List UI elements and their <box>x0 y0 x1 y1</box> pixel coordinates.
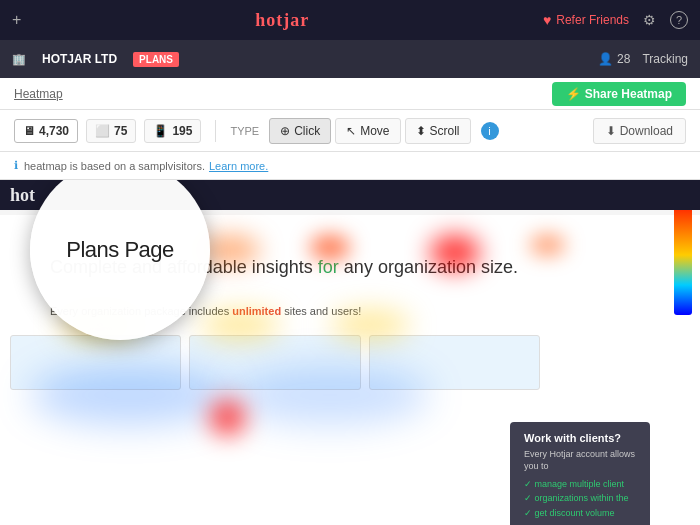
tablet-icon: ⬜ <box>95 124 110 138</box>
tablet-count: 75 <box>114 124 127 138</box>
type-label: TYPE <box>230 125 259 137</box>
device-filters: 🖥 4,730 ⬜ 75 📱 195 <box>14 119 201 143</box>
divider <box>215 120 216 142</box>
gear-icon[interactable]: ⚙ <box>643 12 656 28</box>
share-heatmap-button[interactable]: ⚡ Share Heatmap <box>552 82 686 106</box>
work-clients-box: Work with clients? Every Hotjar account … <box>510 422 650 525</box>
nav-right: ♥ Refer Friends ⚙ ? <box>543 11 688 29</box>
tooltip-title: Plans Page <box>66 237 174 263</box>
sub-navigation: 🏢 HOTJAR LTD PLANS 👤 28 Tracking <box>0 40 700 78</box>
heatmap-area: hot Complete and affordable insights for… <box>0 180 700 525</box>
tablet-filter[interactable]: ⬜ 75 <box>86 119 136 143</box>
desktop-count: 4,730 <box>39 124 69 138</box>
toolbar: 🖥 4,730 ⬜ 75 📱 195 TYPE ⊕ Click ↖ Move ⬍… <box>0 110 700 152</box>
refer-label: Refer Friends <box>556 13 629 27</box>
hotjar-logo: hotjar <box>255 10 309 31</box>
tooltip-circle: Plans Page <box>30 180 210 340</box>
heart-icon: ♥ <box>543 12 551 28</box>
refer-friends-button[interactable]: ♥ Refer Friends <box>543 12 629 28</box>
nav-left: + <box>12 11 21 29</box>
color-scale-bar <box>674 195 692 315</box>
download-button[interactable]: ⬇ Download <box>593 118 686 144</box>
action-filters: ⊕ Click ↖ Move ⬍ Scroll <box>269 118 470 144</box>
work-clients-title: Work with clients? <box>524 432 636 444</box>
arrow-icon: ↖ <box>346 124 356 138</box>
color-scale-cold: COLD <box>645 307 671 317</box>
move-filter[interactable]: ↖ Move <box>335 118 400 144</box>
mobile-count: 195 <box>172 124 192 138</box>
price-cards <box>10 335 540 390</box>
plans-page-tooltip: Plans Page <box>30 180 210 340</box>
desktop-filter[interactable]: 🖥 4,730 <box>14 119 78 143</box>
brand-icon: 🏢 <box>12 53 26 66</box>
mobile-filter[interactable]: 📱 195 <box>144 119 201 143</box>
add-icon[interactable]: + <box>12 11 21 29</box>
scroll-filter[interactable]: ⬍ Scroll <box>405 118 471 144</box>
help-icon[interactable]: ? <box>670 11 688 29</box>
cursor-icon: ⊕ <box>280 124 290 138</box>
learn-more-link[interactable]: Learn more. <box>209 160 268 172</box>
info-icon-small: ℹ <box>14 159 18 172</box>
plans-badge[interactable]: PLANS <box>133 52 179 67</box>
breadcrumb-link[interactable]: Heatmap <box>14 87 63 101</box>
top-navigation: + hotjar ♥ Refer Friends ⚙ ? <box>0 0 700 40</box>
price-card-1 <box>10 335 181 390</box>
work-clients-checks: ✓ manage multiple client ✓ organizations… <box>524 477 636 520</box>
desktop-icon: 🖥 <box>23 124 35 138</box>
scroll-icon: ⬍ <box>416 124 426 138</box>
work-clients-text: Every Hotjar account allows you to <box>524 448 636 473</box>
mobile-icon: 📱 <box>153 124 168 138</box>
breadcrumb-bar: Heatmap ⚡ Share Heatmap <box>0 78 700 110</box>
sub-nav-right: 👤 28 Tracking <box>598 52 688 66</box>
company-name: HOTJAR LTD <box>42 52 117 66</box>
info-bar: ℹ heatmap is based on a sampl visitors. … <box>0 152 700 180</box>
users-count: 👤 28 <box>598 52 630 66</box>
info-suffix: visitors. <box>168 160 205 172</box>
click-filter[interactable]: ⊕ Click <box>269 118 331 144</box>
price-card-3 <box>369 335 540 390</box>
tracking-label: Tracking <box>642 52 688 66</box>
info-text: heatmap is based on a sampl <box>24 160 168 172</box>
users-icon: 👤 <box>598 52 613 66</box>
price-card-2 <box>189 335 360 390</box>
info-icon[interactable]: i <box>481 122 499 140</box>
